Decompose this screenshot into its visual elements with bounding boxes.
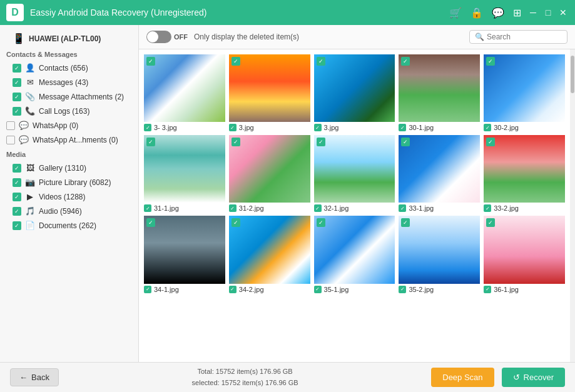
photo-item[interactable]: ✓✓34-2.jpg	[229, 216, 310, 293]
photo-label: ✓36-1.jpg	[484, 286, 565, 293]
search-box[interactable]: 🔍	[469, 30, 567, 44]
photo-item[interactable]: ✓✓3.jpg	[229, 54, 310, 131]
photo-label-checkbox[interactable]: ✓	[484, 204, 491, 212]
whatsapp-checkbox[interactable]	[6, 121, 15, 130]
search-input[interactable]	[487, 33, 562, 41]
photo-label-checkbox[interactable]: ✓	[314, 124, 322, 131]
msg-attach-checkbox[interactable]: ✓	[13, 93, 21, 101]
photo-label-checkbox[interactable]: ✓	[229, 124, 237, 131]
photo-item[interactable]: ✓✓3- 3.jpg	[144, 54, 225, 131]
scrollbar[interactable]	[570, 49, 575, 362]
cart-icon[interactable]: 🛒	[447, 7, 464, 19]
device-item[interactable]: 📱 HUAWEI (ALP-TL00)	[0, 30, 138, 47]
lock-icon[interactable]: 🔒	[468, 7, 486, 19]
photo-item[interactable]: ✓✓34-1.jpg	[144, 216, 225, 293]
sidebar-item-videos[interactable]: ✓ ▶ Videos (1288)	[0, 189, 138, 204]
photo-item[interactable]: ✓✓3.jpg	[314, 54, 395, 131]
photo-label-checkbox[interactable]: ✓	[144, 124, 151, 131]
deep-scan-button[interactable]: Deep Scan	[431, 368, 494, 387]
sidebar-item-whatsapp[interactable]: 💬 WhatsApp (0)	[0, 118, 138, 133]
videos-checkbox[interactable]: ✓	[13, 193, 21, 201]
photo-item[interactable]: ✓✓30-1.jpg	[399, 54, 480, 131]
picture-lib-checkbox[interactable]: ✓	[13, 178, 21, 187]
photo-label-checkbox[interactable]: ✓	[144, 204, 151, 212]
photo-checkbox[interactable]: ✓	[232, 57, 240, 66]
photo-thumbnail: ✓	[229, 135, 310, 203]
photo-thumbnail: ✓	[314, 135, 395, 203]
photo-label-checkbox[interactable]: ✓	[484, 286, 491, 293]
msg-attach-icon: 📎	[25, 92, 35, 101]
media-section-title: Media	[0, 147, 138, 161]
maximize-button[interactable]: □	[542, 7, 554, 18]
toggle-switch[interactable]: OFF	[146, 31, 188, 43]
videos-label: Videos (1288)	[39, 193, 132, 201]
grid-icon[interactable]: ⊞	[511, 7, 524, 19]
photo-item[interactable]: ✓✓31-1.jpg	[144, 135, 225, 212]
back-button[interactable]: ← Back	[10, 368, 59, 386]
photo-checkbox[interactable]: ✓	[232, 138, 240, 146]
sidebar-item-call-logs[interactable]: ✓ 📞 Call Logs (163)	[0, 104, 138, 118]
photo-label-checkbox[interactable]: ✓	[399, 124, 406, 131]
photo-label-checkbox[interactable]: ✓	[314, 204, 322, 212]
photo-label-checkbox[interactable]: ✓	[399, 286, 406, 293]
sidebar-item-messages[interactable]: ✓ ✉ Messages (43)	[0, 75, 138, 89]
photo-checkbox[interactable]: ✓	[317, 218, 325, 227]
sidebar-item-whatsapp-attachments[interactable]: 💬 WhatsApp At...hments (0)	[0, 133, 138, 147]
recover-icon: ↺	[513, 373, 520, 382]
photo-checkbox[interactable]: ✓	[486, 218, 495, 227]
scrollbar-thumb[interactable]	[571, 56, 574, 93]
photo-label-checkbox[interactable]: ✓	[229, 286, 237, 293]
photo-item[interactable]: ✓✓30-2.jpg	[484, 54, 565, 131]
audio-checkbox[interactable]: ✓	[13, 207, 21, 216]
messages-checkbox[interactable]: ✓	[13, 78, 21, 87]
photo-label-checkbox[interactable]: ✓	[144, 286, 151, 293]
photo-label-checkbox[interactable]: ✓	[314, 286, 322, 293]
photo-item[interactable]: ✓✓31-2.jpg	[229, 135, 310, 212]
selected-count: selected: 15752 item(s) 176.96 GB	[66, 378, 424, 389]
photo-checkbox[interactable]: ✓	[146, 218, 155, 227]
call-logs-checkbox[interactable]: ✓	[13, 107, 21, 116]
photo-checkbox[interactable]: ✓	[146, 57, 155, 66]
sidebar-item-picture-library[interactable]: ✓ 📷 Picture Library (6082)	[0, 175, 138, 189]
photo-item[interactable]: ✓✓36-1.jpg	[484, 216, 565, 293]
whatsapp-attach-icon: 💬	[19, 135, 29, 144]
photo-label-checkbox[interactable]: ✓	[229, 204, 237, 212]
main-layout: 📱 HUAWEI (ALP-TL00) Contacts & Messages …	[0, 25, 575, 362]
photo-label-checkbox[interactable]: ✓	[484, 124, 491, 131]
photo-filename: 30-2.jpg	[494, 124, 519, 131]
close-button[interactable]: ✕	[557, 7, 569, 18]
chat-icon[interactable]: 💬	[489, 7, 507, 19]
photo-item[interactable]: ✓✓32-1.jpg	[314, 135, 395, 212]
photo-checkbox[interactable]: ✓	[401, 57, 410, 66]
contacts-label: Contacts (656)	[39, 64, 132, 73]
sidebar-item-contacts[interactable]: ✓ 👤 Contacts (656)	[0, 61, 138, 75]
photo-item[interactable]: ✓✓33-1.jpg	[399, 135, 480, 212]
documents-checkbox[interactable]: ✓	[13, 221, 21, 230]
sidebar-item-documents[interactable]: ✓ 📄 Documents (262)	[0, 218, 138, 233]
photo-label-checkbox[interactable]: ✓	[399, 204, 406, 212]
toggle-bg[interactable]	[146, 31, 171, 43]
photo-checkbox[interactable]: ✓	[232, 218, 240, 227]
back-arrow-icon: ←	[19, 373, 28, 382]
photo-checkbox[interactable]: ✓	[486, 57, 495, 66]
photo-filename: 30-1.jpg	[409, 124, 434, 131]
photo-item[interactable]: ✓✓33-2.jpg	[484, 135, 565, 212]
sidebar-item-message-attachments[interactable]: ✓ 📎 Message Attachments (2)	[0, 89, 138, 104]
whatsapp-attach-checkbox[interactable]	[6, 136, 15, 144]
photo-grid: ✓✓3- 3.jpg✓✓3.jpg✓✓3.jpg✓✓30-1.jpg✓✓30-2…	[139, 49, 570, 362]
recover-button[interactable]: ↺ Recover	[502, 368, 565, 387]
photo-checkbox[interactable]: ✓	[317, 138, 325, 146]
photo-label: ✓33-1.jpg	[399, 204, 480, 212]
contacts-checkbox[interactable]: ✓	[13, 64, 21, 73]
photo-checkbox[interactable]: ✓	[401, 218, 410, 227]
photo-checkbox[interactable]: ✓	[146, 138, 155, 146]
sidebar-item-gallery[interactable]: ✓ 🖼 Gallery (1310)	[0, 161, 138, 175]
gallery-checkbox[interactable]: ✓	[13, 164, 21, 173]
sidebar-item-audio[interactable]: ✓ 🎵 Audio (5946)	[0, 204, 138, 218]
photo-checkbox[interactable]: ✓	[401, 138, 410, 146]
photo-checkbox[interactable]: ✓	[486, 138, 495, 146]
photo-checkbox[interactable]: ✓	[317, 57, 325, 66]
photo-item[interactable]: ✓✓35-2.jpg	[399, 216, 480, 293]
minimize-button[interactable]: ─	[527, 7, 539, 18]
photo-item[interactable]: ✓✓35-1.jpg	[314, 216, 395, 293]
